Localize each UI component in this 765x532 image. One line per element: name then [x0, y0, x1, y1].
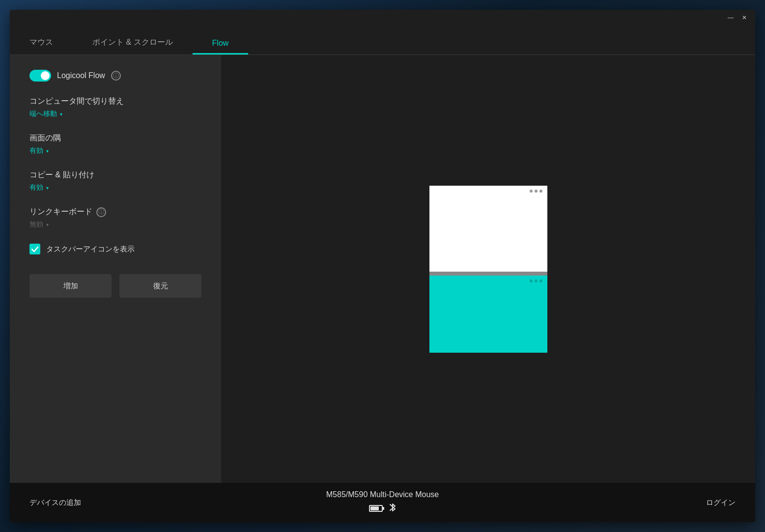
monitor-top	[429, 186, 547, 272]
taskbar-icon-label: タスクバーアイコンを表示	[46, 245, 135, 254]
switch-computers-setting: コンピュータ間で切り替え 端へ移動 ▾	[29, 96, 201, 118]
monitor-illustration	[429, 186, 547, 353]
action-buttons: 増加 復元	[29, 274, 201, 298]
tab-mouse[interactable]: マウス	[10, 37, 73, 55]
dot-3	[539, 190, 542, 193]
minimize-button[interactable]: —	[724, 11, 737, 25]
dot-dark-1	[530, 280, 533, 282]
taskbar-icon-row: タスクバーアイコンを表示	[29, 244, 201, 254]
screen-corner-chevron: ▾	[46, 148, 49, 154]
dot-dark-3	[539, 280, 542, 282]
content-area: Logicool Flow ⓘ コンピュータ間で切り替え 端へ移動 ▾ 画面の隅…	[10, 55, 755, 483]
logicool-flow-info-icon[interactable]: ⓘ	[111, 71, 121, 81]
left-panel: Logicool Flow ⓘ コンピュータ間で切り替え 端へ移動 ▾ 画面の隅…	[10, 55, 221, 483]
dot-2	[535, 190, 538, 193]
logicool-flow-toggle-row: Logicool Flow ⓘ	[29, 70, 201, 82]
bottom-left: デバイスの追加	[29, 498, 265, 507]
copy-paste-value-text: 有効	[29, 183, 43, 192]
bottom-bar: デバイスの追加 M585/M590 Multi-Device Mouse ログイ…	[10, 483, 755, 522]
battery-icon	[369, 505, 383, 512]
link-keyboard-chevron: ▾	[46, 222, 49, 227]
logicool-flow-toggle[interactable]	[29, 70, 51, 82]
close-button[interactable]: ✕	[737, 11, 751, 25]
restore-button[interactable]: 復元	[119, 274, 201, 298]
main-window: — ✕ マウス ポイント & スクロール Flow Logicool Flow …	[10, 10, 755, 522]
screen-corner-setting: 画面の隅 有効 ▾	[29, 133, 201, 155]
monitor-bottom	[429, 276, 547, 353]
tab-flow[interactable]: Flow	[193, 39, 249, 55]
link-keyboard-value[interactable]: 無効 ▾	[29, 220, 201, 229]
title-bar: — ✕	[10, 10, 755, 26]
device-icons	[369, 502, 397, 515]
screen-corner-value-text: 有効	[29, 146, 43, 155]
logicool-flow-label: Logicool Flow	[57, 71, 105, 80]
login-button[interactable]: ログイン	[706, 498, 736, 507]
copy-paste-value[interactable]: 有効 ▾	[29, 183, 201, 192]
switch-computers-title: コンピュータ間で切り替え	[29, 96, 201, 107]
monitor-top-dots	[530, 190, 542, 193]
screen-corner-value[interactable]: 有効 ▾	[29, 146, 201, 155]
copy-paste-chevron: ▾	[46, 185, 49, 191]
monitor-bottom-dots	[530, 280, 542, 282]
switch-computers-value[interactable]: 端へ移動 ▾	[29, 110, 201, 118]
switch-computers-chevron: ▾	[60, 112, 62, 117]
link-keyboard-value-text: 無効	[29, 220, 43, 229]
link-keyboard-title: リンクキーボード	[29, 207, 92, 217]
tab-point-scroll[interactable]: ポイント & スクロール	[73, 37, 193, 55]
switch-computers-value-text: 端へ移動	[29, 110, 57, 118]
battery-fill	[370, 506, 379, 510]
bottom-right: ログイン	[500, 498, 736, 507]
increase-button[interactable]: 増加	[29, 274, 112, 298]
link-keyboard-setting: リンクキーボード ⓘ 無効 ▾	[29, 207, 201, 229]
copy-paste-setting: コピー & 貼り付け 有効 ▾	[29, 170, 201, 192]
right-panel	[221, 55, 755, 483]
tab-bar: マウス ポイント & スクロール Flow	[10, 26, 755, 55]
link-keyboard-row: リンクキーボード ⓘ	[29, 207, 201, 217]
device-name: M585/M590 Multi-Device Mouse	[326, 490, 439, 499]
monitor-divider	[429, 272, 547, 276]
screen-corner-title: 画面の隅	[29, 133, 201, 143]
taskbar-icon-checkbox[interactable]	[29, 244, 40, 254]
battery-body	[369, 505, 383, 512]
dot-1	[530, 190, 533, 193]
bottom-center: M585/M590 Multi-Device Mouse	[265, 490, 500, 515]
bluetooth-icon	[389, 502, 397, 515]
add-device-button[interactable]: デバイスの追加	[29, 498, 81, 507]
dot-dark-2	[535, 280, 538, 282]
link-keyboard-info-icon[interactable]: ⓘ	[96, 207, 106, 217]
copy-paste-title: コピー & 貼り付け	[29, 170, 201, 180]
